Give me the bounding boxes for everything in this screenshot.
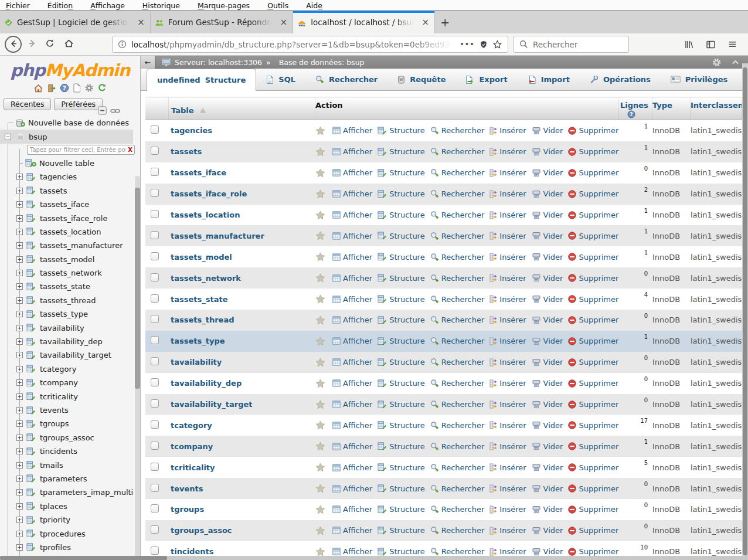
action-supprimer[interactable]: Supprimer xyxy=(568,379,618,388)
action-structure[interactable]: Structure xyxy=(378,547,424,556)
expand-icon[interactable] xyxy=(16,420,23,427)
header-table[interactable]: Table xyxy=(171,106,194,115)
action-vider[interactable]: Vider xyxy=(532,147,563,156)
home-icon[interactable] xyxy=(33,84,43,93)
action-inserer[interactable]: Insérer xyxy=(489,547,526,556)
tab-structure[interactable]: undefinedStructure xyxy=(147,69,256,91)
table-name-link[interactable]: tgroups_assoc xyxy=(169,526,315,535)
tab-requte[interactable]: Requête xyxy=(387,69,455,90)
action-supprimer[interactable]: Supprimer xyxy=(568,232,618,240)
table-name-link[interactable]: tcriticality xyxy=(169,463,315,472)
table-name-link[interactable]: tassets_iface xyxy=(169,168,315,177)
pma-logo[interactable]: phpMyAdmin xyxy=(0,60,140,80)
action-structure[interactable]: Structure xyxy=(378,421,424,430)
new-database-item[interactable]: Nouvelle base de données xyxy=(28,118,129,127)
expand-icon[interactable] xyxy=(16,393,23,400)
action-inserer[interactable]: Insérer xyxy=(489,463,526,472)
sidebar-scrollbar[interactable] xyxy=(135,176,140,560)
action-inserer[interactable]: Insérer xyxy=(489,421,526,430)
action-afficher[interactable]: Afficher xyxy=(332,358,372,366)
expand-icon[interactable] xyxy=(16,325,23,331)
row-checkbox[interactable] xyxy=(151,357,159,365)
action-inserer[interactable]: Insérer xyxy=(489,253,526,262)
action-inserer[interactable]: Insérer xyxy=(489,189,526,198)
table-name-link[interactable]: tevents xyxy=(169,484,315,493)
expand-icon[interactable] xyxy=(16,256,23,263)
action-rechercher[interactable]: Rechercher xyxy=(430,295,485,304)
help-icon[interactable]: ? xyxy=(60,83,69,93)
action-afficher[interactable]: Afficher xyxy=(332,463,372,472)
action-vider[interactable]: Vider xyxy=(532,400,563,409)
tree-table-item[interactable]: tassets_location xyxy=(40,228,101,236)
action-inserer[interactable]: Insérer xyxy=(489,484,526,493)
tree-table-item[interactable]: tagencies xyxy=(40,172,77,181)
browser-tab[interactable]: GestSup | Logiciel de gestion× xyxy=(0,11,151,33)
action-rechercher[interactable]: Rechercher xyxy=(430,442,485,451)
action-structure[interactable]: Structure xyxy=(378,126,424,135)
tree-table-item[interactable]: tevents xyxy=(40,406,69,415)
collapse-all-icon[interactable] xyxy=(98,106,107,115)
action-structure[interactable]: Structure xyxy=(378,526,424,535)
refresh-icon[interactable] xyxy=(97,83,107,93)
tree-table-item[interactable]: tmails xyxy=(40,461,63,470)
main-scrollbar-thumb[interactable] xyxy=(743,67,747,555)
tree-table-item[interactable]: tavailability_dep xyxy=(40,337,103,346)
tab-sql[interactable]: SQL xyxy=(256,69,305,90)
collapse-icon[interactable] xyxy=(5,134,11,140)
tab-import[interactable]: Import xyxy=(518,69,580,90)
bookmark-star-icon[interactable] xyxy=(492,40,502,49)
tree-table-item[interactable]: tgroups_assoc xyxy=(40,433,94,442)
expand-icon[interactable] xyxy=(16,311,23,317)
url-text[interactable]: localhost/phpmyadmin/db_structure.php?se… xyxy=(131,40,455,49)
row-checkbox[interactable] xyxy=(151,273,159,281)
favorite-star-icon[interactable] xyxy=(315,337,325,346)
action-supprimer[interactable]: Supprimer xyxy=(568,547,618,556)
action-structure[interactable]: Structure xyxy=(378,295,424,304)
action-inserer[interactable]: Insérer xyxy=(489,442,526,451)
action-inserer[interactable]: Insérer xyxy=(489,295,526,304)
action-vider[interactable]: Vider xyxy=(532,358,563,366)
action-supprimer[interactable]: Supprimer xyxy=(568,189,618,198)
action-rechercher[interactable]: Rechercher xyxy=(430,211,485,219)
shield-icon[interactable] xyxy=(480,40,488,49)
action-inserer[interactable]: Insérer xyxy=(489,211,526,219)
expand-icon[interactable] xyxy=(16,352,23,358)
url-bar[interactable]: localhost/phpmyadmin/db_structure.php?se… xyxy=(112,36,508,53)
action-afficher[interactable]: Afficher xyxy=(332,526,372,535)
favorite-star-icon[interactable] xyxy=(315,126,325,135)
expand-icon[interactable] xyxy=(16,462,23,469)
action-afficher[interactable]: Afficher xyxy=(332,379,372,388)
tree-table-item[interactable]: tcategory xyxy=(40,365,77,374)
action-supprimer[interactable]: Supprimer xyxy=(568,442,618,451)
action-structure[interactable]: Structure xyxy=(378,484,424,493)
table-filter-input[interactable]: Tapez pour filtrer ceci, Entrée pour chX xyxy=(27,145,135,155)
action-vider[interactable]: Vider xyxy=(532,463,563,472)
action-inserer[interactable]: Insérer xyxy=(489,505,526,514)
sidebar-button-rcentes[interactable]: Récentes xyxy=(4,98,51,110)
action-afficher[interactable]: Afficher xyxy=(332,315,372,324)
collapse-top-icon[interactable] xyxy=(731,59,740,66)
action-structure[interactable]: Structure xyxy=(378,379,424,388)
action-vider[interactable]: Vider xyxy=(532,189,563,198)
tree-table-item[interactable]: tassets xyxy=(40,186,67,195)
action-rechercher[interactable]: Rechercher xyxy=(430,421,485,430)
action-vider[interactable]: Vider xyxy=(532,274,563,283)
action-inserer[interactable]: Insérer xyxy=(489,232,526,240)
row-checkbox[interactable] xyxy=(151,442,159,450)
action-vider[interactable]: Vider xyxy=(532,484,563,493)
action-rechercher[interactable]: Rechercher xyxy=(430,189,485,198)
action-afficher[interactable]: Afficher xyxy=(332,421,372,430)
action-structure[interactable]: Structure xyxy=(378,253,424,262)
action-supprimer[interactable]: Supprimer xyxy=(568,337,618,345)
table-name-link[interactable]: tgroups xyxy=(169,505,315,514)
table-name-link[interactable]: tavailability xyxy=(169,358,315,366)
action-inserer[interactable]: Insérer xyxy=(489,147,526,156)
action-rechercher[interactable]: Rechercher xyxy=(430,232,485,240)
action-structure[interactable]: Structure xyxy=(378,232,424,240)
reload-button[interactable] xyxy=(45,39,55,50)
action-afficher[interactable]: Afficher xyxy=(332,274,372,283)
expand-icon[interactable] xyxy=(16,544,23,551)
back-button[interactable] xyxy=(5,36,22,53)
expand-icon[interactable] xyxy=(16,297,23,304)
favorite-star-icon[interactable] xyxy=(315,294,325,304)
